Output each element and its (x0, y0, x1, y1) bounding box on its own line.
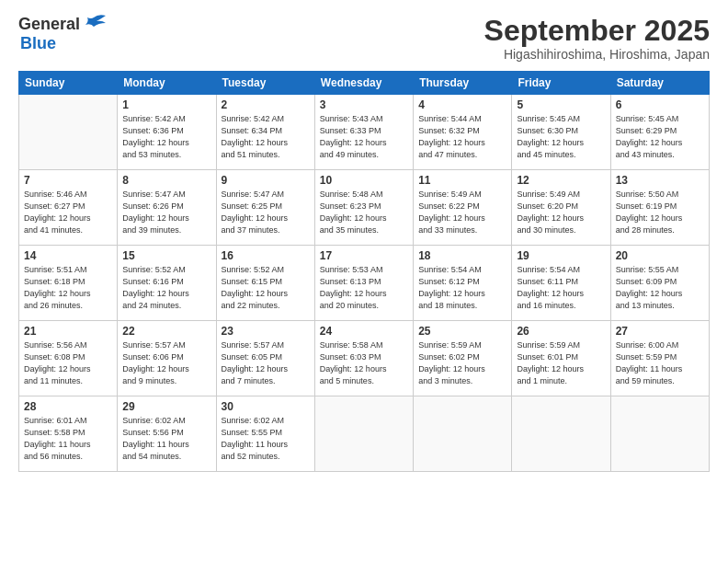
day-info: Sunrise: 5:59 AM Sunset: 6:02 PM Dayligh… (418, 339, 506, 387)
calendar-week-row: 28Sunrise: 6:01 AM Sunset: 5:58 PM Dayli… (19, 396, 710, 472)
logo: General Blue (18, 15, 106, 53)
day-number: 18 (418, 249, 506, 262)
calendar-cell: 17Sunrise: 5:53 AM Sunset: 6:13 PM Dayli… (314, 246, 413, 321)
calendar-cell: 12Sunrise: 5:49 AM Sunset: 6:20 PM Dayli… (512, 170, 610, 246)
calendar-cell: 19Sunrise: 5:54 AM Sunset: 6:11 PM Dayli… (512, 246, 610, 321)
day-info: Sunrise: 5:46 AM Sunset: 6:27 PM Dayligh… (24, 189, 112, 236)
day-number: 6 (616, 98, 704, 111)
calendar-cell: 4Sunrise: 5:44 AM Sunset: 6:32 PM Daylig… (414, 95, 512, 170)
col-friday: Friday (512, 72, 610, 95)
calendar-week-row: 7Sunrise: 5:46 AM Sunset: 6:27 PM Daylig… (19, 170, 710, 246)
calendar-cell (314, 396, 413, 472)
calendar-week-row: 1Sunrise: 5:42 AM Sunset: 6:36 PM Daylig… (19, 95, 710, 170)
day-info: Sunrise: 6:02 AM Sunset: 5:55 PM Dayligh… (222, 415, 310, 463)
calendar-cell (610, 396, 709, 472)
day-number: 3 (320, 98, 408, 111)
day-number: 2 (222, 98, 310, 111)
day-number: 13 (616, 174, 704, 187)
col-tuesday: Tuesday (216, 72, 314, 95)
calendar-cell: 3Sunrise: 5:43 AM Sunset: 6:33 PM Daylig… (314, 95, 413, 170)
day-info: Sunrise: 5:54 AM Sunset: 6:11 PM Dayligh… (517, 264, 605, 312)
day-info: Sunrise: 5:48 AM Sunset: 6:23 PM Dayligh… (320, 189, 408, 236)
col-monday: Monday (118, 72, 216, 95)
day-number: 24 (320, 325, 408, 338)
day-number: 8 (122, 174, 210, 187)
calendar-cell: 7Sunrise: 5:46 AM Sunset: 6:27 PM Daylig… (19, 170, 118, 246)
header: General Blue September 2025 Higashihiros… (18, 15, 710, 62)
day-number: 14 (24, 249, 112, 262)
calendar-cell: 23Sunrise: 5:57 AM Sunset: 6:05 PM Dayli… (216, 321, 314, 396)
calendar-cell: 29Sunrise: 6:02 AM Sunset: 5:56 PM Dayli… (118, 396, 216, 472)
calendar-cell: 10Sunrise: 5:48 AM Sunset: 6:23 PM Dayli… (314, 170, 413, 246)
day-info: Sunrise: 5:58 AM Sunset: 6:03 PM Dayligh… (320, 339, 408, 387)
location: Higashihiroshima, Hiroshima, Japan (484, 47, 710, 62)
calendar-cell: 25Sunrise: 5:59 AM Sunset: 6:02 PM Dayli… (414, 321, 512, 396)
calendar-cell: 14Sunrise: 5:51 AM Sunset: 6:18 PM Dayli… (19, 246, 118, 321)
day-number: 19 (517, 249, 605, 262)
calendar-cell: 26Sunrise: 5:59 AM Sunset: 6:01 PM Dayli… (512, 321, 610, 396)
day-number: 28 (24, 400, 112, 413)
calendar-cell (414, 396, 512, 472)
day-info: Sunrise: 5:49 AM Sunset: 6:20 PM Dayligh… (517, 189, 605, 236)
day-number: 17 (320, 249, 408, 262)
calendar-week-row: 14Sunrise: 5:51 AM Sunset: 6:18 PM Dayli… (19, 246, 710, 321)
logo-general-text: General (18, 15, 80, 34)
calendar-cell: 22Sunrise: 5:57 AM Sunset: 6:06 PM Dayli… (118, 321, 216, 396)
day-number: 12 (517, 174, 605, 187)
calendar-cell (512, 396, 610, 472)
day-number: 21 (24, 325, 112, 338)
calendar-cell: 21Sunrise: 5:56 AM Sunset: 6:08 PM Dayli… (19, 321, 118, 396)
day-info: Sunrise: 5:55 AM Sunset: 6:09 PM Dayligh… (616, 264, 704, 312)
day-number: 15 (122, 249, 210, 262)
day-number: 10 (320, 174, 408, 187)
calendar-cell: 16Sunrise: 5:52 AM Sunset: 6:15 PM Dayli… (216, 246, 314, 321)
day-number: 4 (418, 98, 506, 111)
day-info: Sunrise: 6:00 AM Sunset: 5:59 PM Dayligh… (616, 339, 704, 387)
day-number: 11 (418, 174, 506, 187)
day-info: Sunrise: 5:43 AM Sunset: 6:33 PM Dayligh… (320, 113, 408, 161)
day-info: Sunrise: 5:44 AM Sunset: 6:32 PM Dayligh… (418, 113, 506, 161)
day-info: Sunrise: 5:42 AM Sunset: 6:34 PM Dayligh… (222, 113, 310, 161)
logo-bird-icon (82, 14, 106, 32)
day-info: Sunrise: 5:45 AM Sunset: 6:29 PM Dayligh… (616, 113, 704, 161)
col-saturday: Saturday (610, 72, 709, 95)
month-title: September 2025 (484, 15, 710, 47)
day-number: 25 (418, 325, 506, 338)
day-number: 27 (616, 325, 704, 338)
calendar-cell: 30Sunrise: 6:02 AM Sunset: 5:55 PM Dayli… (216, 396, 314, 472)
calendar-cell: 28Sunrise: 6:01 AM Sunset: 5:58 PM Dayli… (19, 396, 118, 472)
calendar-cell: 9Sunrise: 5:47 AM Sunset: 6:25 PM Daylig… (216, 170, 314, 246)
col-sunday: Sunday (19, 72, 118, 95)
day-number: 29 (122, 400, 210, 413)
day-info: Sunrise: 5:52 AM Sunset: 6:15 PM Dayligh… (222, 264, 310, 312)
calendar-cell (19, 95, 118, 170)
day-info: Sunrise: 5:53 AM Sunset: 6:13 PM Dayligh… (320, 264, 408, 312)
calendar-cell: 6Sunrise: 5:45 AM Sunset: 6:29 PM Daylig… (610, 95, 709, 170)
day-number: 9 (222, 174, 310, 187)
calendar-cell: 20Sunrise: 5:55 AM Sunset: 6:09 PM Dayli… (610, 246, 709, 321)
day-info: Sunrise: 5:51 AM Sunset: 6:18 PM Dayligh… (24, 264, 112, 312)
day-number: 5 (517, 98, 605, 111)
day-info: Sunrise: 5:50 AM Sunset: 6:19 PM Dayligh… (616, 189, 704, 236)
day-info: Sunrise: 5:54 AM Sunset: 6:12 PM Dayligh… (418, 264, 506, 312)
calendar-cell: 13Sunrise: 5:50 AM Sunset: 6:19 PM Dayli… (610, 170, 709, 246)
title-block: September 2025 Higashihiroshima, Hiroshi… (484, 15, 710, 62)
calendar-header-row: Sunday Monday Tuesday Wednesday Thursday… (19, 72, 710, 95)
logo-blue-text: Blue (20, 34, 56, 52)
calendar-cell: 11Sunrise: 5:49 AM Sunset: 6:22 PM Dayli… (414, 170, 512, 246)
day-number: 16 (222, 249, 310, 262)
day-info: Sunrise: 5:52 AM Sunset: 6:16 PM Dayligh… (122, 264, 210, 312)
page: General Blue September 2025 Higashihiros… (0, 0, 728, 483)
day-number: 30 (222, 400, 310, 413)
calendar-week-row: 21Sunrise: 5:56 AM Sunset: 6:08 PM Dayli… (19, 321, 710, 396)
day-info: Sunrise: 5:57 AM Sunset: 6:06 PM Dayligh… (122, 339, 210, 387)
day-info: Sunrise: 5:42 AM Sunset: 6:36 PM Dayligh… (122, 113, 210, 161)
col-wednesday: Wednesday (314, 72, 413, 95)
day-info: Sunrise: 5:49 AM Sunset: 6:22 PM Dayligh… (418, 189, 506, 236)
day-info: Sunrise: 5:45 AM Sunset: 6:30 PM Dayligh… (517, 113, 605, 161)
day-info: Sunrise: 5:57 AM Sunset: 6:05 PM Dayligh… (222, 339, 310, 387)
day-number: 7 (24, 174, 112, 187)
day-info: Sunrise: 5:59 AM Sunset: 6:01 PM Dayligh… (517, 339, 605, 387)
day-number: 20 (616, 249, 704, 262)
day-number: 1 (122, 98, 210, 111)
